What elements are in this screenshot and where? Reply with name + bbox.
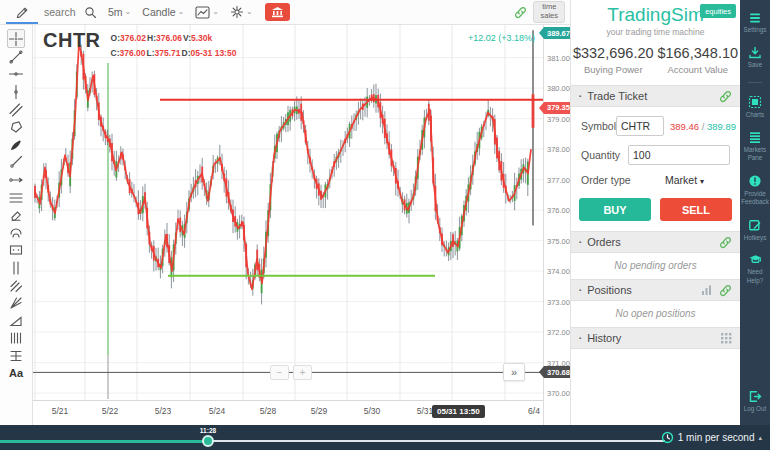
tool-pattern[interactable]: [7, 242, 25, 260]
fib-retracement-icon: [8, 190, 24, 206]
sidebar-item-logout[interactable]: Log Out: [740, 390, 770, 414]
sidebar-item-save[interactable]: Save: [740, 46, 770, 70]
drawing-tools-tab[interactable]: [6, 0, 38, 24]
chevron-down-icon: ⌄: [212, 8, 219, 16]
tool-fib-retracement[interactable]: [7, 189, 25, 207]
x-axis-label: 5/23: [155, 406, 172, 416]
x-axis-label: 6/4: [528, 406, 540, 416]
y-axis-label: 376.00: [547, 206, 570, 215]
polygon-icon: [8, 119, 24, 135]
history-header[interactable]: ▪ History: [571, 327, 740, 349]
sidebar-item-help[interactable]: Need Help?: [740, 253, 770, 285]
search-input[interactable]: [44, 6, 84, 18]
sidebar-item-hotkeys[interactable]: Hotkeys: [740, 218, 770, 243]
link-icon[interactable]: [514, 6, 527, 19]
text-tool-icon: Aa: [9, 367, 23, 379]
line-chart-icon: [195, 6, 210, 19]
tool-parallel-vertical[interactable]: [7, 259, 25, 277]
settings-dropdown[interactable]: ⌄: [230, 5, 253, 19]
y-axis-label: 377.00: [547, 175, 570, 184]
brush-icon: [8, 137, 24, 153]
sell-button[interactable]: SELL: [660, 198, 732, 221]
price-chart[interactable]: CHTR O:376.02H:376.06V:5.30k C:376.00L:3…: [33, 25, 543, 425]
tool-gann-fan[interactable]: [7, 294, 25, 312]
symbol-search[interactable]: [44, 6, 97, 19]
history-title: History: [587, 332, 621, 344]
orders-empty-state: No pending orders: [571, 253, 740, 279]
equities-badge[interactable]: equities: [700, 4, 736, 18]
tool-eraser[interactable]: [7, 206, 25, 224]
zoom-in-button[interactable]: +: [293, 365, 312, 380]
tool-crosshair[interactable]: [7, 29, 25, 48]
tool-ray[interactable]: [7, 154, 25, 172]
sidebar-item-label: Need Help?: [740, 268, 770, 285]
orders-header[interactable]: ▪ Orders: [571, 231, 740, 253]
link-icon[interactable]: [719, 90, 732, 103]
tool-horizontal-ray[interactable]: [7, 171, 25, 189]
tool-parallel-channel[interactable]: [7, 101, 25, 119]
replay-speed-control[interactable]: 1 min per second ▴: [661, 425, 762, 450]
scroll-to-latest-button[interactable]: »: [503, 363, 525, 381]
indicators-dropdown[interactable]: ⌄: [195, 6, 219, 19]
candlestick-canvas[interactable]: [33, 25, 543, 400]
account-panel: TradingSim equities your trading time ma…: [570, 0, 740, 425]
x-axis-label: 5/22: [102, 406, 119, 416]
chart-style-dropdown[interactable]: Candle ⌄: [142, 6, 184, 18]
x-axis: 5/215/225/235/245/285/295/305/316/16/405…: [33, 400, 543, 425]
link-icon[interactable]: [719, 284, 732, 297]
buying-power-label: Buying Power: [571, 64, 656, 75]
tool-polygon[interactable]: [7, 118, 25, 136]
account-value-label: Account Value: [656, 64, 741, 75]
tool-triangle[interactable]: [7, 312, 25, 330]
bank-button[interactable]: [265, 3, 290, 21]
replay-timeline: 11:28 1 min per second ▴: [0, 425, 770, 450]
tool-horizontal-line[interactable]: [7, 66, 25, 84]
x-axis-label: 5/29: [311, 406, 328, 416]
sidebar-item-markets[interactable]: Markets Pane: [740, 131, 770, 163]
sidebar-item-label: Log Out: [744, 405, 766, 414]
trade-ticket-header[interactable]: ▪ Trade Ticket: [571, 85, 740, 107]
pattern-icon: [8, 242, 24, 258]
positions-title: Positions: [587, 284, 632, 296]
vertical-line-icon: [8, 84, 24, 100]
chevron-down-icon: ⌄: [125, 8, 132, 16]
symbol-field[interactable]: [616, 116, 664, 136]
sidebar-item-label: Markets Pane: [740, 146, 770, 163]
horizontal-ray-icon: [8, 172, 24, 188]
tool-trend-line[interactable]: [7, 48, 25, 66]
dark-line-price-tag: 370.68: [544, 366, 571, 378]
buy-button[interactable]: BUY: [579, 198, 651, 221]
tool-pitchfork[interactable]: [7, 277, 25, 295]
chart-toolbar: 5m ⌄ Candle ⌄ ⌄ ⌄ time sales: [0, 0, 570, 25]
order-type-label: Order type: [581, 174, 637, 186]
sidebar-item-feedback[interactable]: Provide Feedback: [740, 174, 770, 207]
tool-vertical-line[interactable]: [7, 83, 25, 101]
y-axis[interactable]: 389.67 379.35 370.68 381.00380.00379.003…: [543, 25, 570, 425]
zoom-out-button[interactable]: −: [270, 365, 289, 380]
y-axis-label: 373.00: [547, 297, 570, 306]
bid-ask-quote: 389.46 / 389.89: [670, 121, 736, 132]
logout-icon: [748, 390, 762, 403]
y-axis-label: 379.00: [547, 114, 570, 123]
order-type-select[interactable]: Market ▾: [665, 174, 704, 186]
chart-zoom-controls: − +: [270, 365, 312, 380]
link-icon[interactable]: [719, 236, 732, 249]
search-icon: [84, 6, 97, 19]
tool-brush[interactable]: [7, 136, 25, 154]
time-sales-button[interactable]: time sales: [533, 1, 565, 22]
fib-time-icon: [8, 330, 24, 346]
timeline-handle[interactable]: [202, 435, 214, 447]
tool-gann-square[interactable]: [7, 347, 25, 365]
sidebar-item-settings[interactable]: Settings: [740, 12, 770, 35]
app-tagline: your trading time machine: [571, 27, 740, 37]
pencil-icon: [15, 4, 29, 18]
positions-header[interactable]: ▪ Positions: [571, 279, 740, 301]
timeframe-dropdown[interactable]: 5m ⌄: [108, 6, 131, 18]
tool-fib-time[interactable]: [7, 330, 25, 348]
tool-arcs[interactable]: [7, 224, 25, 242]
gann-square-icon: [8, 348, 24, 364]
parallel-vertical-icon: [8, 260, 24, 276]
tool-text[interactable]: Aa: [7, 365, 25, 383]
sidebar-item-charts[interactable]: Charts: [740, 95, 770, 120]
quantity-field[interactable]: [628, 145, 730, 165]
